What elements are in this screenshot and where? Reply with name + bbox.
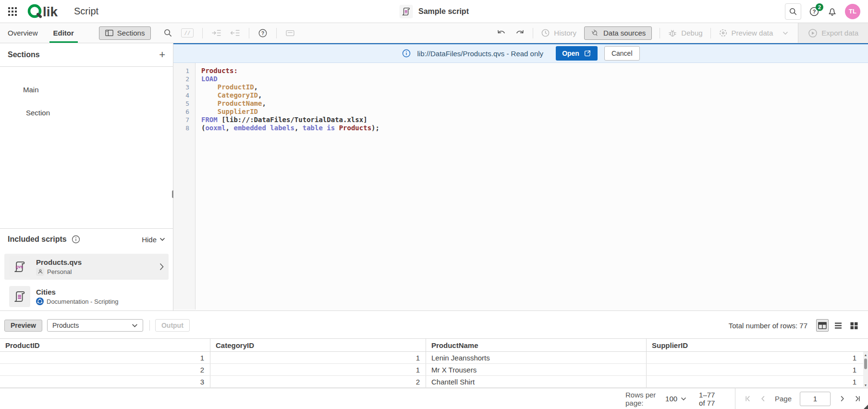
table-cell: 1: [647, 376, 868, 387]
code-line: FROM [lib://:DataFiles/TutorialData.xlsx…: [201, 116, 868, 124]
data-preview-panel: Preview Products Output Total number of …: [0, 311, 868, 409]
previous-page-icon[interactable]: [759, 395, 767, 402]
svg-text:?: ?: [261, 30, 264, 36]
line-number: 3: [173, 83, 195, 91]
page-input[interactable]: [800, 392, 831, 406]
table-row[interactable]: 32Chantell Shirt1: [0, 376, 868, 388]
sidebar-item-section[interactable]: Section: [26, 109, 50, 117]
script-title: Products.qvs: [36, 258, 82, 266]
preview-data-dropdown-chevron[interactable]: [782, 31, 788, 35]
first-page-icon[interactable]: [744, 395, 751, 402]
outdent-icon[interactable]: [230, 29, 240, 37]
line-number: 8: [173, 124, 195, 132]
divider: [660, 28, 660, 38]
table-view-icon[interactable]: [816, 319, 829, 332]
window-resize-grip[interactable]: [864, 405, 868, 409]
help-button[interactable]: ? 2: [809, 6, 819, 17]
code-line: ProductName,: [201, 99, 868, 108]
preview-data-button[interactable]: Preview data: [719, 28, 773, 37]
debug-label: Debug: [681, 29, 702, 37]
global-search-button[interactable]: [785, 3, 801, 20]
line-number: 4: [173, 91, 195, 99]
info-icon[interactable]: [72, 235, 80, 244]
debug-button[interactable]: Debug: [668, 28, 702, 37]
table-select-value: Products: [52, 322, 79, 329]
included-script-products[interactable]: QVS Products.qvs Personal: [4, 254, 169, 280]
table-cell: 1: [210, 364, 426, 375]
included-script-cities[interactable]: Cities Documentation - Scripting: [4, 284, 169, 310]
sidebar-item-main[interactable]: Main: [23, 86, 39, 94]
add-section-button[interactable]: +: [159, 50, 165, 60]
undo-icon[interactable]: [496, 29, 507, 37]
line-number: 5: [173, 99, 195, 108]
tab-editor[interactable]: Editor: [46, 23, 82, 43]
script-scroll-icon: [399, 5, 413, 18]
pagination-bar: Rows per page: 100 1–77 of 77 Page: [0, 388, 868, 409]
list-view-icon[interactable]: [832, 319, 844, 332]
table-cell: 1: [210, 352, 426, 363]
sections-layout-icon: [105, 29, 113, 37]
chevron-down-icon: [681, 397, 686, 401]
gear-icon: [719, 28, 728, 37]
space-icon: [36, 297, 44, 305]
cancel-label: Cancel: [611, 50, 633, 57]
table-row[interactable]: 11Lenin Jeansshorts1: [0, 352, 868, 364]
search-icon[interactable]: [163, 28, 172, 37]
clock-icon: [541, 28, 550, 37]
redo-icon[interactable]: [514, 29, 525, 37]
table-cell: 2: [210, 376, 426, 387]
hide-label: Hide: [142, 235, 157, 244]
open-button[interactable]: Open: [556, 46, 598, 61]
code-lines[interactable]: Products:LOAD ProductID, CategoryID, Pro…: [196, 63, 868, 310]
divider: [276, 28, 277, 38]
svg-text:?: ?: [813, 9, 816, 14]
preview-button[interactable]: Preview: [4, 320, 42, 332]
chevron-right-icon[interactable]: [159, 263, 164, 271]
output-button[interactable]: Output: [155, 319, 190, 332]
qvs-scroll-icon: QVS: [9, 256, 30, 277]
export-data-button[interactable]: Export data: [798, 23, 868, 43]
grid-view-icon[interactable]: [848, 319, 860, 332]
included-scripts-header: Included scripts: [8, 235, 67, 244]
doc-title-group[interactable]: Sample script: [399, 5, 469, 18]
app-launcher-icon[interactable]: [8, 7, 17, 16]
note-icon[interactable]: [285, 29, 295, 37]
history-button[interactable]: History: [541, 28, 576, 37]
line-number: 1: [173, 67, 195, 75]
tab-overview[interactable]: Overview: [0, 23, 46, 43]
bell-icon[interactable]: [827, 6, 837, 16]
chevron-down-icon: [132, 323, 138, 328]
readonly-message: lib://DataFiles/Products.qvs - Read only: [417, 50, 544, 58]
script-title: Cities: [36, 288, 119, 296]
code-line: CategoryID,: [201, 91, 868, 99]
table-scrollbar[interactable]: ▲ ▼: [863, 352, 868, 388]
plug-icon: [590, 28, 599, 37]
table-row[interactable]: 21Mr X Trousers1: [0, 364, 868, 376]
svg-text:lik: lik: [43, 4, 58, 19]
table-select[interactable]: Products: [47, 319, 143, 332]
scrollbar-thumb[interactable]: [864, 359, 867, 369]
qlik-logo: lik: [27, 3, 64, 20]
avatar[interactable]: TL: [845, 4, 860, 19]
sections-header: Sections: [8, 50, 40, 59]
last-page-icon[interactable]: [854, 395, 861, 402]
cancel-button[interactable]: Cancel: [604, 46, 640, 61]
rows-per-page-select[interactable]: 100: [665, 395, 686, 403]
syntax-help-icon[interactable]: ?: [258, 28, 268, 38]
hide-included-scripts-button[interactable]: Hide: [142, 235, 165, 244]
sections-sidebar: Sections + Main Section Included scripts…: [0, 43, 173, 310]
comment-toggle-icon[interactable]: //: [181, 28, 193, 37]
scroll-up-icon[interactable]: ▲: [863, 352, 868, 358]
data-sources-label: Data sources: [603, 29, 646, 37]
sections-toggle-button[interactable]: Sections: [99, 26, 151, 40]
data-sources-button[interactable]: Data sources: [584, 26, 652, 40]
script-editor: lib://DataFiles/Products.qvs - Read only…: [173, 43, 868, 310]
next-page-icon[interactable]: [839, 395, 846, 402]
preview-data-label: Preview data: [732, 29, 773, 37]
doc-title: Sample script: [418, 7, 469, 16]
indent-icon[interactable]: [211, 29, 221, 37]
sections-toggle-label: Sections: [117, 29, 145, 37]
code-line: ProductID,: [201, 83, 868, 91]
column-header: ProductID: [0, 339, 210, 351]
line-number-gutter: 12345678: [173, 63, 196, 310]
